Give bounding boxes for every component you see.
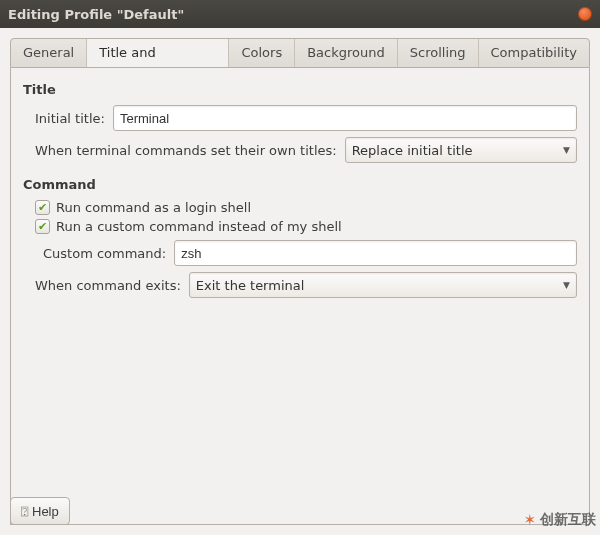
chevron-down-icon: ▼ — [563, 145, 570, 155]
help-button-label: Help — [32, 504, 59, 519]
help-icon: ⍰ — [21, 504, 28, 518]
custom-command-input[interactable] — [174, 240, 577, 266]
tab-compatibility[interactable]: Compatibility — [479, 39, 590, 67]
help-button[interactable]: ⍰ Help — [10, 497, 70, 525]
tab-content: Title Initial title: When terminal comma… — [10, 68, 590, 525]
tab-scrolling[interactable]: Scrolling — [398, 39, 479, 67]
login-shell-checkbox[interactable]: Run command as a login shell — [35, 200, 577, 215]
checkbox-icon — [35, 200, 50, 215]
close-icon[interactable] — [578, 7, 592, 21]
login-shell-label: Run command as a login shell — [56, 200, 251, 215]
tab-background[interactable]: Background — [295, 39, 398, 67]
own-titles-select[interactable]: Replace initial title ▼ — [345, 137, 577, 163]
window-body: General Title and Command Colors Backgro… — [0, 28, 600, 535]
own-titles-selected: Replace initial title — [352, 143, 555, 158]
custom-command-checkbox[interactable]: Run a custom command instead of my shell — [35, 219, 577, 234]
tab-colors[interactable]: Colors — [229, 39, 295, 67]
command-exit-selected: Exit the terminal — [196, 278, 555, 293]
window-title: Editing Profile "Default" — [8, 7, 578, 22]
command-section: Run command as a login shell Run a custo… — [23, 200, 577, 298]
tab-title-and-command[interactable]: Title and Command — [87, 39, 229, 68]
own-titles-row: When terminal commands set their own tit… — [35, 137, 577, 163]
title-section-heading: Title — [23, 82, 577, 97]
custom-command-label: Custom command: — [43, 246, 166, 261]
command-exit-select[interactable]: Exit the terminal ▼ — [189, 272, 577, 298]
chevron-down-icon: ▼ — [563, 280, 570, 290]
title-section: Initial title: When terminal commands se… — [23, 105, 577, 163]
custom-command-checkbox-label: Run a custom command instead of my shell — [56, 219, 342, 234]
checkbox-icon — [35, 219, 50, 234]
initial-title-input[interactable] — [113, 105, 577, 131]
initial-title-label: Initial title: — [35, 111, 105, 126]
initial-title-row: Initial title: — [35, 105, 577, 131]
command-exit-row: When command exits: Exit the terminal ▼ — [35, 272, 577, 298]
tabs-bar: General Title and Command Colors Backgro… — [10, 38, 590, 68]
titlebar: Editing Profile "Default" — [0, 0, 600, 28]
own-titles-label: When terminal commands set their own tit… — [35, 143, 337, 158]
command-section-heading: Command — [23, 177, 577, 192]
tab-general[interactable]: General — [11, 39, 87, 67]
command-exit-label: When command exits: — [35, 278, 181, 293]
custom-command-row: Custom command: — [35, 240, 577, 266]
